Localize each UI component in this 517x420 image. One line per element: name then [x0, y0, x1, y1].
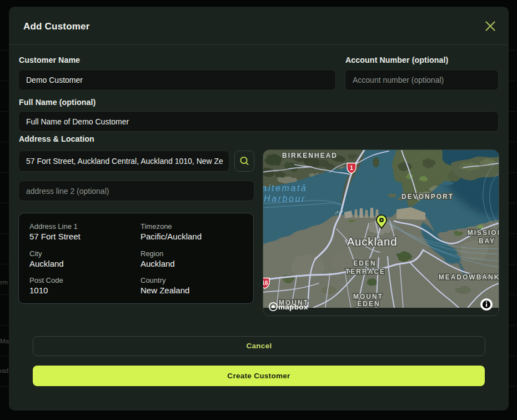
svg-text:BAY: BAY — [479, 237, 495, 245]
svg-text:EDEN: EDEN — [357, 300, 380, 308]
svg-text:BIRKENHEAD: BIRKENHEAD — [282, 152, 338, 159]
svg-text:mapbox: mapbox — [278, 303, 308, 311]
svg-text:EDEN: EDEN — [353, 259, 376, 267]
svg-text:MOUNT: MOUNT — [353, 293, 383, 301]
svg-text:MEADOWBANK: MEADOWBANK — [439, 273, 499, 281]
svg-text:Harbour: Harbour — [264, 194, 306, 203]
svg-text:16: 16 — [263, 280, 268, 286]
svg-text:TERRACE: TERRACE — [345, 268, 385, 276]
svg-text:1: 1 — [350, 165, 353, 171]
svg-text:DEVONPORT: DEVONPORT — [401, 193, 454, 201]
svg-text:MISSION: MISSION — [468, 229, 499, 237]
svg-text:Waitematā: Waitematā — [263, 183, 308, 193]
svg-text:Auckland: Auckland — [347, 235, 398, 248]
